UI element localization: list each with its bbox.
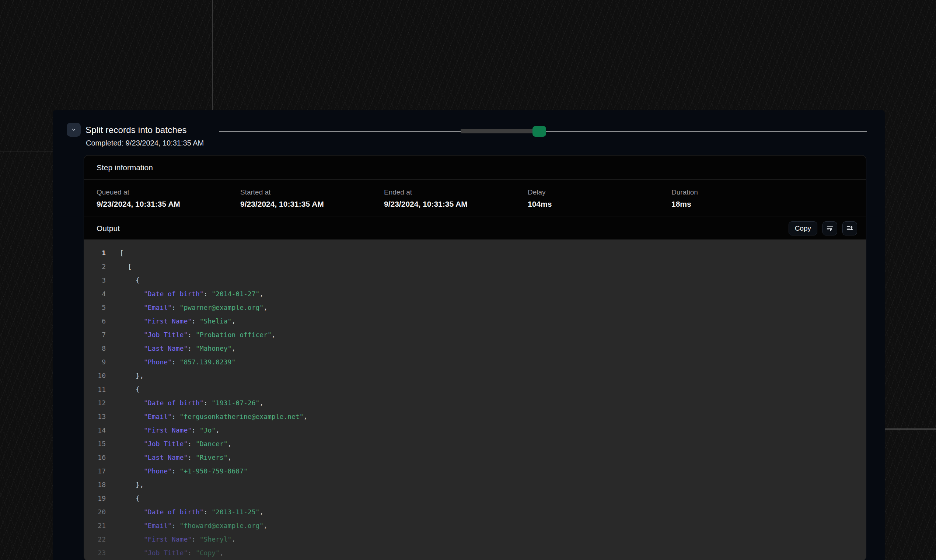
wrap-text-button[interactable] [822,222,837,235]
code-line: 3 { [84,273,866,287]
info-field: Ended at9/23/2024, 10:31:35 AM [384,188,528,209]
line-number: 5 [84,301,106,314]
output-code-viewer[interactable]: 1[2 [3 {4 "Date of birth": "2014-01-27",… [84,240,866,560]
line-number: 19 [84,491,106,505]
code-line-text: "Phone": "+1-950-759-8687" [120,467,248,475]
code-line: 1[ [84,246,866,260]
line-number: 18 [84,478,106,491]
code-line-text: "Job Title": "Dancer", [120,440,231,448]
code-line-text: { [120,494,140,502]
step-title: Split records into batches [86,125,187,135]
scroll-to-top-icon [846,225,854,232]
wrap-text-icon [826,225,834,232]
code-line: 21 "Email": "fhoward@example.org", [84,519,866,532]
collapse-step-button[interactable] [67,123,81,137]
line-number: 20 [84,505,106,519]
code-line-text: { [120,276,140,284]
code-line-text: "Email": "fhoward@example.org", [120,522,268,529]
line-number: 3 [84,273,106,287]
line-number: 17 [84,464,106,478]
info-field-value: 18ms [671,200,815,209]
step-information-header: Step information [84,155,866,180]
info-field-label: Delay [528,188,671,196]
slider-handle[interactable] [533,126,546,137]
code-line: 13 "Email": "fergusonkatherine@example.n… [84,410,866,423]
line-number: 6 [84,314,106,328]
info-field-value: 9/23/2024, 10:31:35 AM [240,200,384,209]
code-line-text: [ [120,249,124,257]
output-actions: Copy [788,222,857,235]
code-line-text: "Job Title": "Probation officer", [120,331,276,338]
info-field-value: 9/23/2024, 10:31:35 AM [384,200,528,209]
code-line: 9 "Phone": "857.139.8239" [84,355,866,369]
info-field-label: Started at [240,188,384,196]
code-line: 2 [ [84,260,866,273]
code-line-text: }, [120,372,144,380]
step-information-card: Step information Queued at9/23/2024, 10:… [84,155,866,560]
info-field-label: Queued at [97,188,240,196]
line-number: 13 [84,410,106,423]
code-line-text: [ [120,263,132,271]
slider-track-segment [460,129,533,133]
line-number: 15 [84,437,106,451]
background-vertical-line [212,0,213,111]
line-number: 22 [84,532,106,546]
code-line: 8 "Last Name": "Mahoney", [84,342,866,355]
code-line: 6 "First Name": "Shelia", [84,314,866,328]
code-line: 12 "Date of birth": "1931-07-26", [84,396,866,410]
code-line: 23 "Job Title": "Copy", [84,546,866,560]
line-number: 8 [84,342,106,355]
code-line: 20 "Date of birth": "2013-11-25", [84,505,866,519]
code-line-text: "First Name": "Sheryl", [120,535,236,543]
code-line-text: "Last Name": "Rivers", [120,454,231,461]
code-line-text: { [120,385,140,393]
code-line: 5 "Email": "pwarner@example.org", [84,301,866,314]
line-number: 4 [84,287,106,301]
background-right-edge-line [885,428,936,429]
code-line: 19 { [84,491,866,505]
line-number: 10 [84,369,106,382]
code-line-text: "Last Name": "Mahoney", [120,345,236,352]
code-line: 4 "Date of birth": "2014-01-27", [84,287,866,301]
info-field-value: 9/23/2024, 10:31:35 AM [97,200,240,209]
code-line-text: "First Name": "Shelia", [120,317,236,325]
code-line-text: "Email": "pwarner@example.org", [120,303,268,311]
code-line: 16 "Last Name": "Rivers", [84,451,866,464]
info-field: Duration18ms [671,188,815,209]
code-line-text: "Job Title": "Copy", [120,549,224,557]
line-number: 7 [84,328,106,342]
code-line: 22 "First Name": "Sheryl", [84,532,866,546]
code-line-text: "First Name": "Jo", [120,426,220,434]
chevron-down-icon [70,126,77,133]
code-line: 18 }, [84,478,866,491]
info-field: Queued at9/23/2024, 10:31:35 AM [97,188,240,209]
line-number: 12 [84,396,106,410]
code-line-text: "Phone": "857.139.8239" [120,358,236,366]
code-line-text: "Email": "fergusonkatherine@example.net"… [120,412,307,420]
scroll-to-top-button[interactable] [842,222,857,235]
info-field-label: Duration [671,188,815,196]
background-left-edge-line [0,151,53,151]
line-number: 2 [84,260,106,273]
code-line: 15 "Job Title": "Dancer", [84,437,866,451]
output-title: Output [97,224,120,233]
timeline-slider[interactable] [219,126,867,137]
line-number: 16 [84,451,106,464]
code-line: 10 }, [84,369,866,382]
info-field-value: 104ms [528,200,671,209]
line-number: 14 [84,423,106,437]
code-line: 17 "Phone": "+1-950-759-8687" [84,464,866,478]
info-field: Delay104ms [528,188,671,209]
step-detail-panel: Split records into batches Completed: 9/… [53,110,885,560]
info-field: Started at9/23/2024, 10:31:35 AM [240,188,384,209]
step-status-text: Completed: 9/23/2024, 10:31:35 AM [86,139,204,148]
line-number: 21 [84,519,106,532]
code-line-text: "Date of birth": "2013-11-25", [120,508,263,516]
step-information-fields: Queued at9/23/2024, 10:31:35 AMStarted a… [84,180,866,217]
step-information-title: Step information [97,163,153,172]
code-line: 7 "Job Title": "Probation officer", [84,328,866,342]
copy-button[interactable]: Copy [788,222,817,235]
code-line: 11 { [84,382,866,396]
output-header: Output Copy [84,217,866,240]
line-number: 11 [84,382,106,396]
